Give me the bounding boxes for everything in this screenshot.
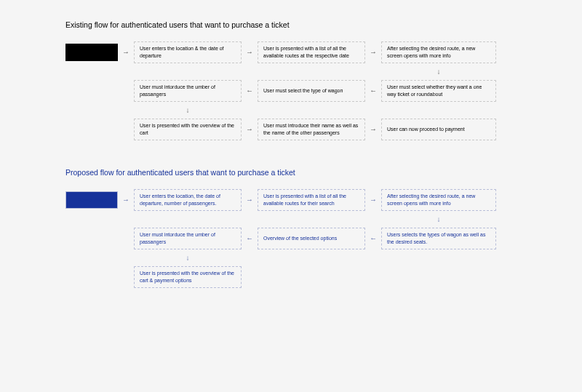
proposed-flow-title: Proposed flow for authenticated users th… <box>65 168 517 177</box>
proposed-row-2: User must intorduce the umber of passang… <box>65 225 517 251</box>
step-available-routes: User is presented with a list of all the… <box>258 41 365 63</box>
step-cart-and-payment: User is presented with the overview of t… <box>134 266 242 288</box>
arrow-right-icon: → <box>242 48 258 56</box>
step-passenger-count: User must intorduce the umber of passang… <box>134 80 242 102</box>
home-page-box: Home Page <box>65 191 118 209</box>
arrow-down-icon: ↓ <box>134 254 242 264</box>
arrow-left-icon: ← <box>242 234 258 242</box>
existing-flow-section: Existing flow for authenticated users th… <box>65 20 517 142</box>
proposed-flow-section: Proposed flow for authenticated users th… <box>65 168 517 289</box>
existing-row-1: Home Page → User enters the location & t… <box>65 39 517 65</box>
down-connector: ↓ <box>65 254 517 264</box>
step-enter-location-date: User enters the location & the date of d… <box>134 41 242 63</box>
proposed-row-3: User is presented with the overview of t… <box>65 264 517 289</box>
arrow-left-icon: ← <box>365 87 381 95</box>
arrow-right-icon: → <box>242 196 258 204</box>
step-enter-names: User must introduce their name as well a… <box>258 119 365 140</box>
down-connector: ↓ <box>65 106 517 116</box>
step-trip-type: User must select whether they want a one… <box>381 80 496 102</box>
existing-flow-title: Existing flow for authenticated users th… <box>65 20 517 29</box>
step-wagon-and-seats: Users selects the types of wagon as well… <box>381 228 496 249</box>
step-wagon-type: User must select the type of wagon <box>258 80 365 102</box>
arrow-right-icon: → <box>242 125 258 133</box>
arrow-right-icon: → <box>118 196 134 204</box>
existing-row-2: User must intorduce the umber of passang… <box>65 78 517 103</box>
arrow-left-icon: ← <box>242 87 258 95</box>
arrow-right-icon: → <box>365 125 381 133</box>
step-passenger-count: User must intorduce the umber of passang… <box>134 228 242 249</box>
step-available-routes: User is presented with a list of all the… <box>258 189 365 211</box>
home-page-box: Home Page <box>65 44 118 61</box>
existing-row-3: User is presented with the overview of t… <box>65 116 517 142</box>
proposed-row-1: Home Page → User enters the location, th… <box>65 187 517 212</box>
down-connector: ↓ <box>65 215 517 225</box>
step-route-more-info: After selecting the desired route, a new… <box>381 41 496 63</box>
step-options-overview: Overview of the selected options <box>258 228 365 249</box>
step-route-more-info: After selecting the desired route, a new… <box>381 189 496 211</box>
down-connector: ↓ <box>65 68 517 78</box>
arrow-right-icon: → <box>118 48 134 56</box>
step-proceed-payment: User can now proceed to payment <box>381 119 496 140</box>
arrow-right-icon: → <box>365 196 381 204</box>
arrow-down-icon: ↓ <box>381 215 496 225</box>
arrow-down-icon: ↓ <box>381 68 496 78</box>
arrow-down-icon: ↓ <box>134 106 242 116</box>
step-enter-location-date-pax: User enters the location, the date of de… <box>134 189 242 211</box>
home-page-label: Home Page <box>77 196 107 204</box>
arrow-right-icon: → <box>365 48 381 56</box>
home-page-label: Home Page <box>77 49 107 56</box>
arrow-left-icon: ← <box>365 234 381 242</box>
step-cart-overview: User is presented with the overview of t… <box>134 119 242 140</box>
